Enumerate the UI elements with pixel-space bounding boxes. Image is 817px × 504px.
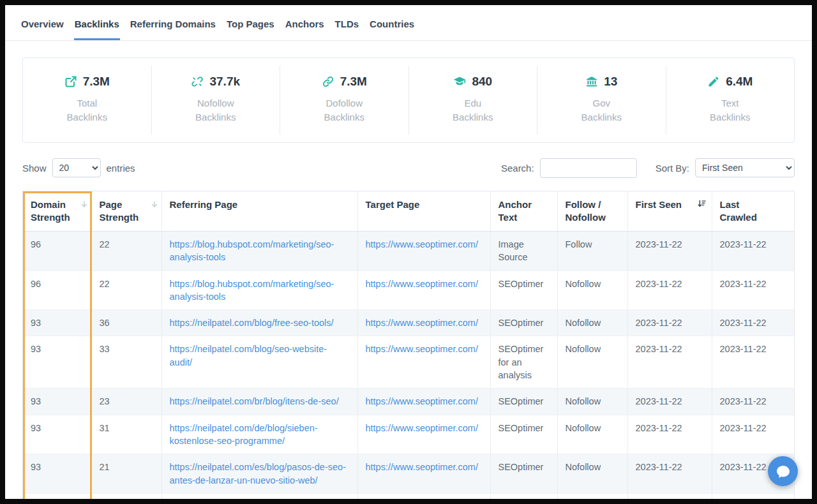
column-header-anchor-text[interactable]: Anchor Text <box>490 191 557 232</box>
sort-by-label: Sort By: <box>656 163 689 174</box>
column-header-domain-strength[interactable]: Domain Strength <box>23 191 91 232</box>
stat-value: 6.4M <box>726 75 753 89</box>
tab-backlinks[interactable]: Backlinks <box>74 17 120 40</box>
cell-anchor-text: SEOptimer <box>490 310 557 336</box>
target-page-link[interactable]: https://www.seoptimer.com/ <box>366 462 478 472</box>
tab-tlds[interactable]: TLDs <box>334 17 360 40</box>
cell-target-page: https://www.seoptimer.com/ <box>357 271 490 310</box>
sort-by-select[interactable]: First Seen <box>695 158 795 177</box>
search-input[interactable] <box>540 158 637 178</box>
cell-domain-strength: 90 <box>23 493 91 499</box>
cell-target-page: https://www.seoptimer.com/ <box>357 415 490 454</box>
cell-anchor-text: SEOptimer <box>490 389 557 415</box>
backlinks-table: Domain StrengthPage StrengthReferring Pa… <box>23 191 794 500</box>
column-header-page-strength[interactable]: Page Strength <box>91 191 161 232</box>
referring-page-link[interactable]: https://neilpatel.com/es/blog/pasos-de-s… <box>170 462 346 485</box>
table-row: 9333https://neilpatel.com/blog/seo-websi… <box>23 336 794 389</box>
cell-first-seen: 2023-11-22 <box>627 454 712 494</box>
cell-referring-page: https://neilpatel.com/br/blog/itens-de-s… <box>161 389 357 415</box>
column-header-last-crawled[interactable]: Last Crawled <box>712 191 794 232</box>
referring-page-link[interactable]: https://neilpatel.com/blog/free-seo-tool… <box>170 318 334 328</box>
search-label: Search: <box>501 163 534 174</box>
cell-first-seen: 2023-11-22 <box>627 493 712 499</box>
show-label: Show <box>22 163 47 174</box>
cell-anchor-text: SEOptimer <box>490 271 557 310</box>
cell-referring-page: https://blog.hubspot.com/marketing/seo-a… <box>161 271 357 310</box>
target-page-link[interactable]: https://www.seoptimer.com/ <box>366 318 478 328</box>
backlinks-table-wrap: Domain StrengthPage StrengthReferring Pa… <box>22 191 795 500</box>
stat-value-row: 7.3M <box>284 75 405 89</box>
stat-value: 13 <box>604 75 617 89</box>
tab-referring-domains[interactable]: Referring Domains <box>130 17 216 40</box>
stat-label: Total Backlinks <box>57 96 116 124</box>
column-label: Referring Page <box>170 199 238 210</box>
stats-row: 7.3MTotal Backlinks37.7kNofollow Backlin… <box>23 66 794 135</box>
column-label: Page Strength <box>100 199 139 223</box>
cell-target-page: http://www.seoptimer.com/ <box>357 493 490 499</box>
entries-select[interactable]: 20 <box>52 158 101 177</box>
cell-last-crawled: 2023-11-22 <box>712 232 794 271</box>
table-row: 9019https://www.cloudways.com/blog/seo-a… <box>23 493 794 499</box>
pencil-icon <box>707 75 720 88</box>
column-header-follow-nofollow[interactable]: Follow / Nofollow <box>557 191 627 232</box>
cell-first-seen: 2023-11-22 <box>627 336 712 389</box>
stat-label: Text Backlinks <box>701 96 760 124</box>
column-label: Target Page <box>366 199 420 210</box>
cell-domain-strength: 93 <box>23 415 91 454</box>
unlink-icon <box>191 75 204 88</box>
column-header-first-seen[interactable]: First Seen <box>627 191 712 232</box>
column-label: Follow / Nofollow <box>566 199 606 223</box>
target-page-link[interactable]: https://www.seoptimer.com/ <box>366 239 478 249</box>
entries-label: entries <box>107 163 135 174</box>
cell-page-strength: 22 <box>91 232 161 271</box>
column-header-target-page[interactable]: Target Page <box>357 191 490 232</box>
stat-value: 840 <box>472 75 492 89</box>
cell-last-crawled: 2023-11-22 <box>712 271 794 310</box>
link-icon <box>322 75 334 88</box>
tab-overview[interactable]: Overview <box>20 17 64 40</box>
stat-label: Gov Backlinks <box>572 96 631 124</box>
cell-page-strength: 33 <box>91 336 161 389</box>
cell-domain-strength: 93 <box>23 389 91 415</box>
cell-referring-page: https://neilpatel.com/blog/free-seo-tool… <box>161 310 357 336</box>
report-tabs: OverviewBacklinksReferring DomainsTop Pa… <box>5 5 812 41</box>
stat-value-row: 7.3M <box>27 75 147 89</box>
target-page-link[interactable]: https://www.seoptimer.com/ <box>366 423 478 433</box>
cell-last-crawled: 2023-11-22 <box>712 415 794 454</box>
cell-anchor-text: SEOptimer <box>490 454 557 494</box>
stat-label: Nofollow Backlinks <box>186 96 245 124</box>
referring-page-link[interactable]: https://blog.hubspot.com/marketing/seo-a… <box>170 239 334 262</box>
cell-first-seen: 2023-11-22 <box>627 389 712 415</box>
table-row: 9622https://blog.hubspot.com/marketing/s… <box>23 271 794 310</box>
table-row: 9323https://neilpatel.com/br/blog/itens-… <box>23 389 794 415</box>
referring-page-link[interactable]: https://neilpatel.com/de/blog/sieben-kos… <box>170 423 318 446</box>
column-header-referring-page[interactable]: Referring Page <box>161 191 357 232</box>
referring-page-link[interactable]: https://neilpatel.com/blog/seo-website-a… <box>170 344 327 367</box>
cell-follow-nofollow: Nofollow <box>557 454 627 494</box>
target-page-link[interactable]: https://www.seoptimer.com/ <box>366 344 478 354</box>
cell-first-seen: 2023-11-22 <box>627 232 712 271</box>
stat-value-row: 6.4M <box>670 75 791 89</box>
column-label: First Seen <box>636 199 682 210</box>
cell-domain-strength: 93 <box>23 336 91 389</box>
target-page-link[interactable]: https://www.seoptimer.com/ <box>366 279 478 289</box>
chat-launcher-button[interactable] <box>768 456 798 486</box>
table-body: 9622https://blog.hubspot.com/marketing/s… <box>23 232 794 500</box>
cell-anchor-text: Seoptimer <box>490 493 557 499</box>
cell-target-page: https://www.seoptimer.com/ <box>357 336 490 389</box>
graduation-cap-icon <box>453 75 466 88</box>
cell-referring-page: https://neilpatel.com/de/blog/sieben-kos… <box>161 415 357 454</box>
cell-page-strength: 19 <box>91 493 161 499</box>
target-page-link[interactable]: https://www.seoptimer.com/ <box>366 396 478 406</box>
tab-countries[interactable]: Countries <box>369 17 415 40</box>
external-link-icon <box>64 75 77 88</box>
referring-page-link[interactable]: https://neilpatel.com/br/blog/itens-de-s… <box>170 396 339 406</box>
search-sort-controls: Search: Sort By: First Seen <box>501 158 795 178</box>
cell-referring-page: https://neilpatel.com/es/blog/pasos-de-s… <box>161 454 357 494</box>
tab-top-pages[interactable]: Top Pages <box>226 17 275 40</box>
cell-page-strength: 31 <box>91 415 161 454</box>
cell-follow-nofollow: Follow <box>557 493 627 499</box>
cell-referring-page: https://blog.hubspot.com/marketing/seo-a… <box>161 232 357 271</box>
referring-page-link[interactable]: https://blog.hubspot.com/marketing/seo-a… <box>170 279 334 302</box>
tab-anchors[interactable]: Anchors <box>285 17 325 40</box>
